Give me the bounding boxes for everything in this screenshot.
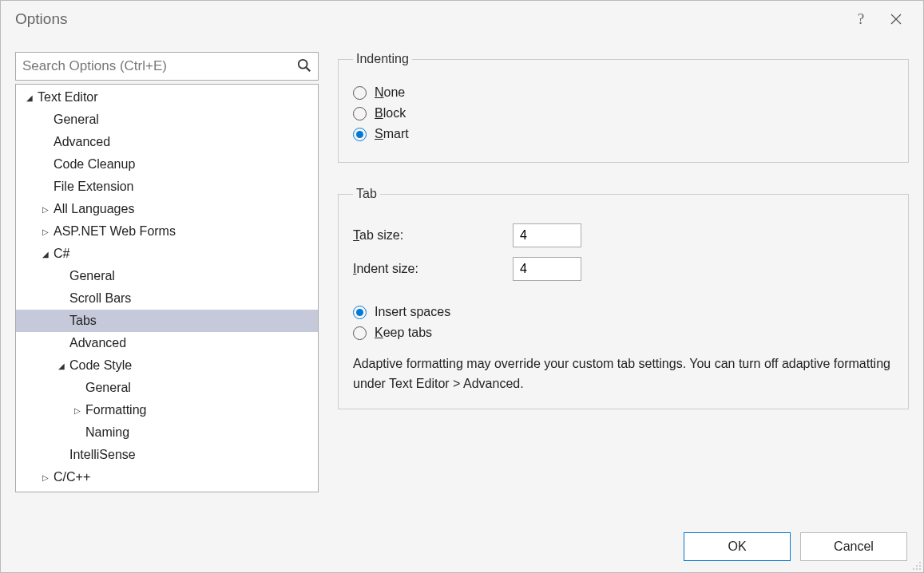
svg-point-5 [916,565,918,567]
radio-icon [353,128,367,141]
tree: ◢Text Editor General Advanced Code Clean… [16,85,318,490]
radio-label: Block [375,106,406,121]
tree-item-label: General [54,113,99,127]
tab-size-input[interactable] [513,223,581,247]
help-button[interactable]: ? [843,7,878,31]
svg-point-7 [913,568,914,570]
adaptive-formatting-info: Adaptive formatting may override your cu… [353,354,894,394]
tree-toggle-spacer [40,160,51,169]
tree-toggle-spacer [56,339,67,348]
tree-item-label: Advanced [54,135,110,149]
radio-insert-spaces[interactable]: Insert spaces [353,305,894,319]
chevron-down-icon[interactable]: ◢ [24,93,35,102]
tree-toggle-spacer [72,429,83,437]
radio-icon [353,306,367,319]
close-button[interactable] [878,7,914,31]
tab-legend: Tab [353,187,380,201]
tree-item[interactable]: ◢C# [16,243,318,265]
tree-item[interactable]: Scroll Bars [16,287,318,310]
tree-item[interactable]: ▷C/C++ [16,466,318,488]
tree-item[interactable]: ◢Code Style [16,354,318,377]
tree-item-label: Text Editor [38,90,98,105]
tree-item[interactable]: Naming [16,421,318,444]
tree-toggle-spacer [56,294,67,303]
cancel-button[interactable]: Cancel [800,532,907,561]
radio-keep-tabs[interactable]: Keep tabs [353,326,894,340]
chevron-down-icon[interactable]: ◢ [40,250,51,259]
svg-point-8 [916,568,918,570]
tree-item-label: File Extension [54,180,134,194]
svg-point-2 [299,59,307,68]
tab-size-label: Tab size: [353,228,513,243]
tree-item[interactable]: ▷ASP.NET Web Forms [16,220,318,243]
search-wrap [15,52,319,81]
tree-item-label: Tabs [69,314,97,328]
tree-item[interactable]: Advanced [16,131,318,153]
tree-item[interactable]: Advanced [16,332,318,354]
right-panel: Indenting None Block Smart Tab Tab size: [338,52,909,515]
svg-line-3 [307,67,311,71]
radio-label: None [375,85,405,100]
tree-item[interactable]: Code Cleanup [16,153,318,176]
radio-icon [353,86,367,100]
tree-item-label: C# [54,247,69,261]
search-input[interactable] [22,58,297,74]
radio-icon [353,107,367,121]
close-icon [890,14,902,25]
indenting-legend: Indenting [353,52,412,66]
tree-toggle-spacer [56,451,67,460]
radio-indent-smart[interactable]: Smart [353,127,894,141]
chevron-right-icon[interactable]: ▷ [40,227,51,236]
tree-item[interactable]: Tabs [16,310,318,332]
tree-item-label: All Languages [54,202,134,216]
tree-toggle-spacer [56,317,67,326]
tree-item-label: Advanced [69,336,126,350]
chevron-down-icon[interactable]: ◢ [56,362,67,370]
radio-label: Keep tabs [375,326,432,340]
tree-item[interactable]: File Extension [16,176,318,198]
tree-item-label: Scroll Bars [69,291,131,306]
tree-item-label: IntelliSense [69,448,136,462]
tree-item[interactable]: ▷All Languages [16,198,318,220]
svg-point-6 [919,565,921,567]
tree-item-label: General [69,269,115,283]
indenting-group: Indenting None Block Smart [338,52,909,163]
chevron-right-icon[interactable]: ▷ [40,205,51,214]
tree-item[interactable]: ◢Text Editor [16,86,318,109]
search-icon [297,58,311,75]
tree-item-label: Code Cleanup [54,157,135,172]
indent-size-input[interactable] [513,257,581,281]
tree-item-label: ASP.NET Web Forms [54,224,176,239]
tree-item[interactable]: General [16,377,318,399]
titlebar: Options ? [1,1,923,38]
dialog-body: ◢Text Editor General Advanced Code Clean… [1,38,923,521]
chevron-right-icon[interactable]: ▷ [40,473,51,482]
svg-point-9 [919,568,921,570]
tree-container[interactable]: ◢Text Editor General Advanced Code Clean… [15,84,319,492]
tree-item[interactable]: IntelliSense [16,444,318,466]
tree-toggle-spacer [40,183,51,192]
tree-toggle-spacer [56,272,67,281]
radio-indent-block[interactable]: Block [353,106,894,121]
indent-size-row: Indent size: [353,257,894,281]
tree-item[interactable]: General [16,109,318,131]
tree-item-label: C/C++ [54,470,90,484]
tree-item[interactable]: ▷Formatting [16,399,318,421]
ok-button[interactable]: OK [684,532,791,561]
svg-point-4 [919,562,921,563]
tree-item-label: Code Style [69,358,132,373]
left-panel: ◢Text Editor General Advanced Code Clean… [15,52,319,515]
tree-item[interactable]: General [16,265,318,287]
chevron-right-icon[interactable]: ▷ [72,406,83,415]
indent-size-label: Indent size: [353,262,513,276]
tree-item-label: Naming [85,425,129,440]
options-dialog: Options ? ◢Text Editor General Advanced … [0,0,924,573]
dialog-footer: OK Cancel [1,521,923,572]
radio-label: Insert spaces [375,305,450,319]
tree-item-label: Formatting [85,403,146,417]
resize-grip-icon[interactable] [910,559,922,571]
tab-size-row: Tab size: [353,223,894,247]
radio-icon [353,326,367,340]
tree-toggle-spacer [40,138,51,147]
radio-indent-none[interactable]: None [353,85,894,100]
